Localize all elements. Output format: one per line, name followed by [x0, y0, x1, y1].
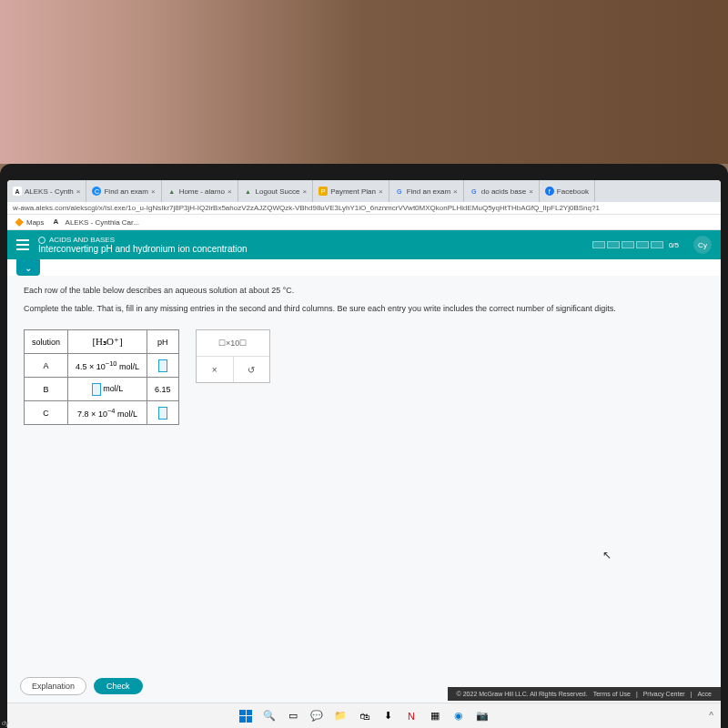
undo-button[interactable]: ↺	[233, 357, 269, 382]
start-button[interactable]	[238, 709, 253, 723]
tab-label: Facebook	[557, 187, 589, 196]
topic-header: ACIDS AND BASES Interconverting pH and h…	[7, 230, 721, 259]
tab-google1[interactable]: GFind an exam×	[389, 180, 464, 202]
chat-icon[interactable]: 💬	[309, 709, 324, 723]
tab-payment[interactable]: PPayment Plan×	[313, 180, 389, 202]
row-c-h3o: 7.8 × 10−4 mol/L	[68, 401, 147, 425]
dropbox-icon[interactable]: ⬇	[380, 709, 395, 723]
topic-title: Interconverting pH and hydronium ion con…	[38, 244, 248, 254]
bookmark-label: Maps	[26, 218, 45, 227]
tool-palette: ☐×10☐ × ↺	[196, 329, 270, 383]
favicon-aleks: A	[13, 187, 22, 196]
favicon-payment: P	[318, 187, 328, 196]
tab-label: ALEKS - Cynth	[25, 187, 74, 196]
check-button[interactable]: Check	[94, 678, 143, 694]
bookmarks-bar: 🔶Maps AALEKS - Cynthia Car...	[7, 215, 721, 230]
privacy-link[interactable]: Privacy Center	[643, 691, 685, 697]
explorer-icon[interactable]: 📁	[333, 709, 348, 723]
favicon-google: G	[395, 187, 404, 196]
bookmark-label: ALEKS - Cynthia Car...	[66, 218, 139, 227]
app-icon[interactable]: ▦	[428, 709, 442, 723]
tab-google2[interactable]: Gdo acids base×	[464, 180, 540, 202]
store-icon[interactable]: 🛍	[357, 709, 371, 723]
favicon-aleks: A	[54, 217, 63, 227]
solution-table: solution [H₃O⁺] pH A 4.5 × 10−10 mol/L B…	[24, 329, 179, 425]
tab-label: Logout Succe	[256, 187, 300, 196]
terms-link[interactable]: Terms of Use	[593, 691, 631, 697]
bookmark-aleks[interactable]: AALEKS - Cynthia Car...	[54, 217, 139, 227]
favicon-alamo: ▲	[167, 187, 177, 196]
col-h3o: [H₃O⁺]	[68, 330, 147, 354]
netflix-icon[interactable]: N	[404, 709, 419, 723]
tab-label: do acids base	[481, 187, 526, 196]
windows-taskbar: 🔍 ▭ 💬 📁 🛍 ⬇ N ▦ ◉ 📷	[7, 703, 721, 728]
scientific-notation-button[interactable]: ☐×10☐	[197, 330, 269, 356]
address-bar[interactable]: w-awa.aleks.com/alekscgi/x/Isl.exe/1o_u-…	[7, 202, 721, 215]
menu-icon[interactable]	[16, 239, 29, 250]
favicon-facebook: f	[545, 187, 554, 196]
browser-tabs: AALEKS - Cynth× CFind an exam× ▲Home - a…	[7, 180, 721, 202]
tab-facebook[interactable]: fFacebook	[540, 180, 595, 202]
topic-category: ACIDS AND BASES	[38, 236, 248, 244]
close-icon[interactable]: ×	[453, 187, 458, 196]
favicon-google: G	[470, 187, 479, 196]
maps-icon: 🔶	[15, 218, 24, 227]
camera-icon[interactable]: 📷	[475, 709, 490, 723]
tab-label: Find an exam	[407, 187, 450, 196]
tray-chevron-icon[interactable]: ^	[709, 711, 713, 721]
question-text: Each row of the table below describes an…	[7, 276, 721, 329]
close-icon[interactable]: ×	[151, 187, 156, 196]
cursor-icon: ↖	[602, 549, 612, 561]
close-icon[interactable]: ×	[529, 187, 533, 196]
close-icon[interactable]: ×	[302, 187, 307, 196]
col-ph: pH	[147, 330, 179, 354]
edge-icon[interactable]: ◉	[451, 709, 466, 723]
bookmark-maps[interactable]: 🔶Maps	[15, 218, 45, 227]
row-b-h3o-input[interactable]: mol/L	[68, 378, 147, 401]
tab-logout[interactable]: ▲Logout Succe×	[238, 180, 314, 202]
favicon-alamo: ▲	[244, 187, 253, 196]
tab-home[interactable]: ▲Home - alamo×	[162, 180, 238, 202]
tab-label: Home - alamo	[179, 187, 225, 196]
footer: © 2022 McGraw Hill LLC. All Rights Reser…	[448, 687, 721, 701]
tab-chegg[interactable]: CFind an exam×	[86, 180, 161, 202]
progress-text: 0/5	[669, 241, 679, 249]
accessibility-link[interactable]: Acce	[697, 691, 712, 697]
close-icon[interactable]: ×	[228, 187, 232, 196]
row-a-label: A	[25, 354, 68, 378]
task-view-icon[interactable]: ▭	[286, 709, 300, 723]
close-icon[interactable]: ×	[76, 187, 81, 196]
tab-label: Payment Plan	[330, 187, 376, 196]
search-icon[interactable]: 🔍	[262, 709, 277, 723]
corner-text: dy	[2, 720, 8, 726]
row-c-ph-input[interactable]	[147, 401, 179, 425]
user-avatar[interactable]: Cy	[693, 236, 712, 254]
progress-indicator: 0/5	[592, 241, 679, 249]
tab-aleks[interactable]: AALEKS - Cynth×	[7, 180, 86, 202]
row-c-label: C	[25, 401, 68, 425]
chevron-down-icon[interactable]: ⌄	[16, 259, 40, 276]
tab-label: Find an exam	[104, 187, 147, 196]
row-a-h3o: 4.5 × 10−10 mol/L	[68, 354, 147, 378]
close-icon[interactable]: ×	[379, 187, 383, 196]
row-a-ph-input[interactable]	[147, 354, 179, 378]
explanation-button[interactable]: Explanation	[20, 677, 86, 695]
col-solution: solution	[25, 330, 68, 354]
times-button[interactable]: ×	[197, 357, 233, 382]
favicon-chegg: C	[92, 187, 101, 196]
row-b-label: B	[25, 378, 68, 401]
row-b-ph: 6.15	[147, 378, 179, 401]
